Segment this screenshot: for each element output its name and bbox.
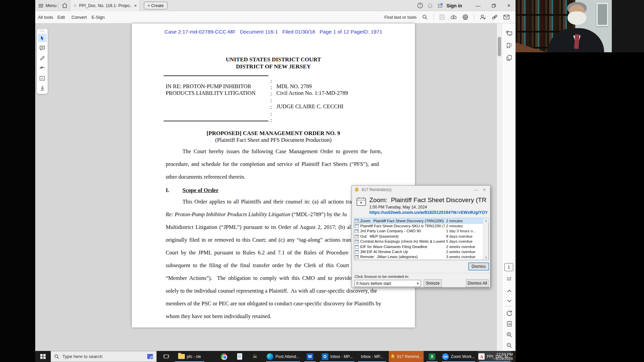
- taskbar-app-reminders[interactable]: 817 Remind...: [389, 351, 424, 362]
- bookmark-icon: [506, 43, 512, 48]
- document-tab[interactable]: ☆ PPI_Doc. No. 116.1- Propo... ×: [70, 0, 140, 11]
- palette-handle[interactable]: [40, 30, 45, 32]
- save-icon[interactable]: [439, 14, 445, 20]
- taskbar-app-outlook[interactable]: O Inbox - MP...: [318, 351, 356, 362]
- bookmarks-panel-button[interactable]: [505, 42, 513, 50]
- caption-left-line1: IN RE: PROTON-PUMP INHIBITOR: [166, 83, 251, 90]
- reminder-row[interactable]: 3rd Party Loan Company - CMO 90 1 day 3 …: [354, 229, 488, 234]
- edge-icon: [267, 353, 273, 360]
- tool-palette: A: [37, 29, 48, 94]
- reminders-dialog: 817 Reminder(s) — ✕ Zoom: Plaintiff Fact…: [352, 185, 490, 288]
- add-reviewer-icon[interactable]: [480, 14, 486, 20]
- esign-button[interactable]: E-Sign: [92, 11, 105, 23]
- find-label[interactable]: Find text or tools: [384, 15, 417, 20]
- notifications-button[interactable]: [426, 0, 434, 11]
- caption-colon: :: [270, 117, 272, 124]
- taskbar-app-word[interactable]: W: [303, 351, 317, 362]
- zoom-out-button[interactable]: [505, 341, 513, 349]
- reminder-event-time: 1:00 PM Tuesday, May 14, 2024: [369, 205, 427, 209]
- next-page-button[interactable]: [505, 297, 513, 305]
- restore-button[interactable]: [489, 0, 499, 11]
- previous-page-button[interactable]: [505, 287, 513, 295]
- menu-button[interactable]: Menu: [39, 0, 57, 11]
- reminder-row[interactable]: Out: MEP (basement) 8 days overdue: [354, 234, 488, 239]
- add-text-tool-button[interactable]: A: [38, 74, 47, 82]
- caption-civil-action: Civil Action No. 1:17-MD-2789: [276, 90, 348, 97]
- taskbar-app-notepad[interactable]: [232, 351, 247, 362]
- dismiss-all-button[interactable]: Dismiss All: [466, 279, 489, 287]
- dialog-close-icon[interactable]: ✕: [481, 187, 487, 192]
- all-tools-button[interactable]: All tools: [38, 11, 53, 23]
- caption-colon: :: [270, 90, 272, 97]
- reminder-zoom-link[interactable]: https://us02web.zoom.us/w/81825120194?tk…: [369, 210, 487, 215]
- sign-in-button[interactable]: Sign in: [446, 0, 462, 11]
- reminder-row[interactable]: Combat Arms Earplugs (check-In) Weitz & …: [354, 239, 488, 244]
- dismiss-button[interactable]: Dismiss: [469, 263, 489, 270]
- dropdown-caret-icon: ▼: [416, 282, 419, 285]
- sign-tool-button[interactable]: [38, 84, 47, 93]
- taskbar-clock[interactable]: 12:59 PM 5/14/2024: [492, 351, 513, 362]
- close-button[interactable]: ×: [504, 0, 514, 11]
- home-button[interactable]: [62, 0, 67, 11]
- caption-colon: :: [270, 111, 272, 117]
- select-tool-button[interactable]: [38, 34, 47, 42]
- apps-grid-button[interactable]: [436, 0, 444, 11]
- comments-panel-button[interactable]: [505, 29, 513, 38]
- link-icon[interactable]: [492, 14, 498, 20]
- scroll-down-icon[interactable]: ∨: [483, 255, 489, 260]
- taskbar-app-utility[interactable]: ☠: [247, 351, 263, 362]
- taskbar-app-zoom[interactable]: zm Zoom Work...: [440, 351, 477, 362]
- email-icon[interactable]: [503, 15, 509, 19]
- doc-line: procedure, and schedule for the completi…: [166, 161, 387, 168]
- help-button[interactable]: ?: [416, 0, 424, 11]
- page-view-button[interactable]: [505, 320, 513, 328]
- taskbar-app-edge[interactable]: Post Attend...: [265, 351, 302, 362]
- taskbar-app-folder[interactable]: pfs - cle: [173, 351, 206, 362]
- reminder-row[interactable]: Remote: Jillian Lewis (allegories) 3 wee…: [354, 254, 488, 259]
- rotate-page-button[interactable]: [505, 309, 513, 317]
- reminder-row[interactable]: Zoom: Plaintiff Fact Sheet Discovery (TR…: [354, 218, 488, 223]
- doc-line: other documents referenced therein.: [166, 174, 387, 180]
- scrollbar-thumb[interactable]: [498, 37, 501, 56]
- draw-tool-button[interactable]: [38, 64, 47, 72]
- search-icon[interactable]: [422, 14, 428, 20]
- taskbar-app-excel[interactable]: X: [425, 351, 439, 362]
- convert-button[interactable]: Convert: [71, 11, 87, 23]
- search-highlight-icon[interactable]: [147, 354, 153, 359]
- order-title: [PROPOSED] CASE MANAGEMENT ORDER NO. 9: [132, 130, 415, 137]
- page-number-box[interactable]: 1: [504, 263, 513, 271]
- search-icon: [54, 354, 59, 359]
- reminder-item-title: 3rd Party Loan Company - CMO 90: [360, 229, 445, 233]
- pages-panel-button[interactable]: [505, 54, 513, 62]
- start-button[interactable]: [35, 351, 51, 362]
- vertical-scrollbar[interactable]: [497, 23, 502, 351]
- taskbar-search[interactable]: Type here to search: [51, 351, 157, 362]
- reminders-titlebar[interactable]: 817 Reminder(s) — ✕: [352, 186, 490, 194]
- reminder-item-title: EIF for Wave Claimants Filing Deadline: [360, 245, 445, 249]
- reminders-list[interactable]: Zoom: Plaintiff Fact Sheet Discovery (TR…: [354, 218, 489, 260]
- comment-icon: [40, 46, 45, 51]
- zoom-in-button[interactable]: [505, 330, 513, 339]
- minimize-button[interactable]: —: [473, 0, 483, 11]
- task-view-button[interactable]: [160, 351, 172, 362]
- edit-button[interactable]: Edit: [57, 11, 65, 23]
- tab-close-icon[interactable]: ×: [134, 3, 137, 8]
- share-icon[interactable]: [450, 14, 457, 20]
- snooze-button[interactable]: Snooze: [424, 279, 442, 287]
- taskbar-app-mail2[interactable]: Inbox - MP...: [357, 351, 387, 362]
- scroll-up-icon[interactable]: ∧: [483, 218, 489, 223]
- star-icon[interactable]: ☆: [73, 3, 77, 8]
- doc-line: members of the PSC or PEC are not obliga…: [166, 300, 387, 307]
- create-button[interactable]: + Create: [144, 2, 167, 9]
- reminder-row[interactable]: 3M EIF AI Review Catch Up 2 weeks overdu…: [354, 249, 488, 254]
- highlight-tool-button[interactable]: [38, 54, 47, 62]
- list-scrollbar[interactable]: ∧ ∨: [483, 218, 488, 260]
- panel-divider: [505, 306, 513, 306]
- snooze-duration-select[interactable]: 0 hours before start ▼: [355, 280, 421, 287]
- comment-tool-button[interactable]: [38, 44, 47, 52]
- dialog-minimize-icon[interactable]: —: [473, 187, 479, 192]
- print-icon[interactable]: [463, 14, 468, 20]
- taskbar-app-chrome[interactable]: [216, 351, 232, 362]
- reminder-row[interactable]: Plaintiff Fact Sheet Discovery-SKU is TR…: [354, 223, 488, 228]
- reminder-row[interactable]: EIF for Wave Claimants Filing Deadline 2…: [354, 244, 488, 249]
